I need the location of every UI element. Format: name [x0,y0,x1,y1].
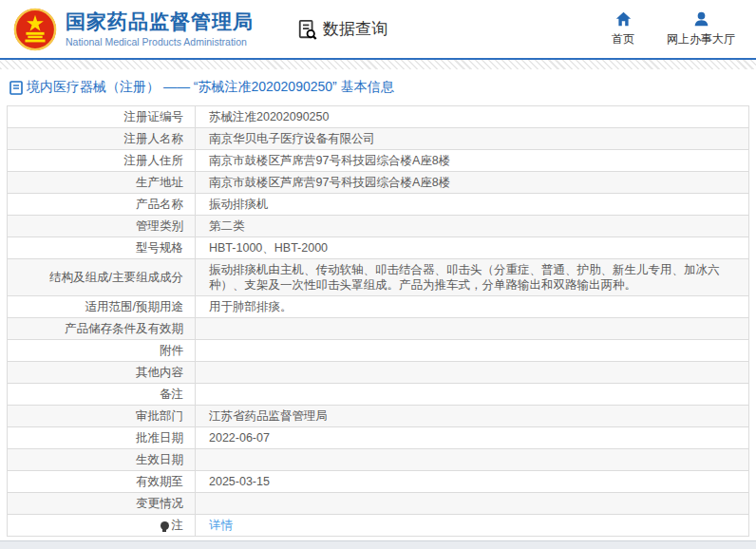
row-label: 管理类别 [8,216,196,237]
table-row: 管理类别第二类 [8,216,748,237]
row-value [196,362,748,383]
table-row: 批准日期2022-06-07 [8,427,748,449]
page: 国家药品监督管理局 National Medical Products Admi… [0,0,756,549]
table-row: 产品储存条件及有效期 [8,318,748,340]
row-label-text: 管理类别 [136,218,183,234]
row-label-text: 结构及组成/主要组成成分 [49,270,183,285]
table-row: 注册证编号苏械注准20202090250 [8,106,748,128]
row-label: 注 [8,515,196,536]
table-row: 产品名称振动排痰机 [8,194,748,216]
note-icon [161,521,169,530]
footer-strip [0,540,756,549]
page-title: 境内医疗器械（注册） —— “苏械注准20202090250” 基本信息 [27,79,394,96]
row-label-text: 产品储存条件及有效期 [65,321,183,336]
table-row: 其他内容 [8,362,748,384]
row-label: 型号规格 [8,237,196,258]
row-label-text: 生产地址 [136,175,183,190]
table-row: 变更情况 [8,493,748,515]
document-search-icon [297,19,318,40]
table-row: 注详情 [8,515,748,537]
row-label-text: 批准日期 [136,430,183,445]
row-value: 第二类 [196,216,748,237]
table-row: 注册人名称南京华贝电子医疗设备有限公司 [8,128,748,150]
row-label: 附件 [8,340,196,361]
row-value [196,493,748,514]
nav-home-label: 首页 [612,31,634,47]
table-row: 型号规格HBT-1000、HBT-2000 [8,237,748,259]
site-subtitle: National Medical Products Administration [66,36,254,47]
details-link[interactable]: 详情 [209,518,233,533]
site-header: 国家药品监督管理局 National Medical Products Admi… [0,0,756,60]
site-logo[interactable]: 国家药品监督管理局 National Medical Products Admi… [13,8,254,51]
row-label: 结构及组成/主要组成成分 [8,259,196,295]
info-table: 注册证编号苏械注准20202090250注册人名称南京华贝电子医疗设备有限公司注… [7,105,749,537]
row-value [196,449,748,470]
row-label-text: 变更情况 [136,496,183,511]
row-label: 生产地址 [8,172,196,193]
data-query-label: 数据查询 [323,18,387,40]
row-value [196,340,748,361]
row-label: 产品名称 [8,194,196,215]
row-label-text: 注册证编号 [124,109,184,124]
row-label: 注册人住所 [8,150,196,171]
document-icon [9,81,23,95]
row-label: 变更情况 [8,493,196,514]
row-value: 2022-06-07 [196,427,748,448]
table-row: 附件 [8,340,748,362]
row-label: 审批部门 [8,406,196,426]
row-value: 振动排痰机 [196,194,748,215]
row-label-text: 审批部门 [136,408,183,424]
row-label-text: 备注 [160,387,183,402]
row-value: 江苏省药品监督管理局 [196,406,748,426]
row-value: 2025-03-15 [196,471,748,492]
row-label: 批准日期 [8,427,196,448]
row-value [196,384,748,405]
row-label-text: 有效期至 [136,474,183,489]
person-icon [693,11,709,28]
site-title: 国家药品监督管理局 [66,10,254,33]
row-value: 用于肺部排痰。 [196,296,748,317]
header-nav: 首页 网上办事大厅 [612,11,735,47]
row-label: 备注 [8,384,196,405]
row-value: 南京市鼓楼区芦席营97号科技园综合楼A座8楼 [196,150,748,171]
row-label-text: 产品名称 [136,197,183,212]
national-emblem-icon [13,8,57,51]
row-label: 注册证编号 [8,106,196,127]
row-value: 详情 [196,515,748,536]
row-value: 苏械注准20202090250 [196,106,748,127]
row-label-text: 注 [172,518,184,533]
row-value: 南京华贝电子医疗设备有限公司 [196,128,748,149]
table-row: 备注 [8,384,748,406]
row-value: 南京市鼓楼区芦席营97号科技园综合楼A座8楼 [196,172,748,193]
nav-home[interactable]: 首页 [612,11,634,47]
row-value [196,318,748,339]
main-content: 注册证编号苏械注准20202090250注册人名称南京华贝电子医疗设备有限公司注… [0,105,756,537]
logo-text: 国家药品监督管理局 National Medical Products Admi… [66,10,254,47]
nav-service-hall[interactable]: 网上办事大厅 [667,11,735,47]
row-label-text: 注册人住所 [124,153,184,168]
nav-service-hall-label: 网上办事大厅 [667,31,735,47]
row-label-text: 型号规格 [136,240,183,256]
row-value: HBT-1000、HBT-2000 [196,237,748,258]
table-row: 生效日期 [8,449,748,471]
row-label: 有效期至 [8,471,196,492]
hatched-divider [0,60,756,69]
row-label: 产品储存条件及有效期 [8,318,196,339]
table-row: 适用范围/预期用途用于肺部排痰。 [8,296,748,318]
row-label-text: 附件 [160,343,183,358]
row-label-text: 生效日期 [136,452,183,467]
table-row: 有效期至2025-03-15 [8,471,748,493]
row-value: 振动排痰机由主机、传动软轴、叩击结合器、叩击头（分重症、普通、护肋、新生儿专用、… [196,259,748,295]
row-label: 其他内容 [8,362,196,383]
row-label: 生效日期 [8,449,196,470]
row-label-text: 其他内容 [136,365,183,380]
row-label: 适用范围/预期用途 [8,296,196,317]
breadcrumb: 境内医疗器械（注册） —— “苏械注准20202090250” 基本信息 [0,69,756,105]
row-label-text: 适用范围/预期用途 [85,299,183,314]
table-row: 注册人住所南京市鼓楼区芦席营97号科技园综合楼A座8楼 [8,150,748,172]
row-label-text: 注册人名称 [124,131,184,146]
table-row: 审批部门江苏省药品监督管理局 [8,406,748,427]
table-row: 结构及组成/主要组成成分振动排痰机由主机、传动软轴、叩击结合器、叩击头（分重症、… [8,259,748,296]
data-query-tab[interactable]: 数据查询 [297,18,387,40]
home-icon [615,11,632,28]
